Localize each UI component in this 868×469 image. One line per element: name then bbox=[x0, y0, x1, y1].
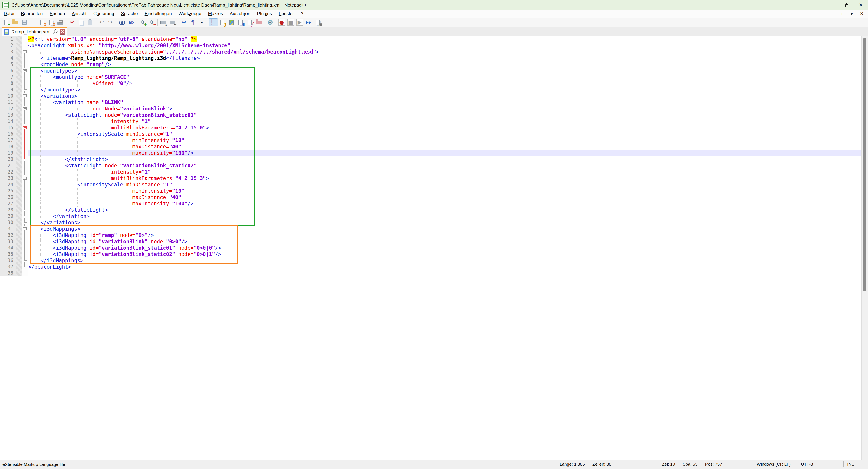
fold-margin[interactable] bbox=[22, 245, 28, 251]
dropdown-arrow-icon[interactable]: ▾ bbox=[197, 18, 206, 27]
code-line[interactable]: 16<intensityScale minDistance="1" bbox=[0, 131, 868, 137]
bookmark-margin[interactable] bbox=[16, 257, 22, 264]
fold-collapse-icon[interactable] bbox=[23, 177, 27, 179]
code-text[interactable]: <rootNode node="ramp"/> bbox=[28, 61, 868, 68]
fold-margin[interactable] bbox=[22, 74, 28, 80]
close-all-icon[interactable]: x bbox=[47, 18, 56, 27]
code-line[interactable]: 22intensity="1" bbox=[0, 169, 868, 175]
code-text[interactable]: rootNode="variationBlink"> bbox=[28, 105, 868, 112]
code-line[interactable]: 8yOffset="0"/> bbox=[0, 80, 868, 87]
bookmark-margin[interactable] bbox=[16, 87, 22, 93]
fold-margin[interactable] bbox=[22, 80, 28, 87]
bookmark-margin[interactable] bbox=[16, 213, 22, 220]
code-text[interactable]: xsi:noNamespaceSchemaLocation="../../../… bbox=[28, 48, 868, 55]
fold-collapse-icon[interactable] bbox=[23, 94, 27, 97]
menu-item-plugins[interactable]: Plugins bbox=[254, 10, 275, 18]
find-icon[interactable] bbox=[118, 18, 127, 27]
line-number[interactable]: 9 bbox=[0, 87, 16, 93]
code-text[interactable]: maxIntensity="100"/> bbox=[28, 200, 868, 207]
code-line[interactable]: 1<?xml version="1.0" encoding="utf-8" st… bbox=[0, 36, 868, 42]
fold-margin[interactable] bbox=[22, 131, 28, 137]
fold-margin[interactable] bbox=[22, 87, 28, 93]
code-text[interactable]: <i3dMapping id="variationBlink_static01"… bbox=[28, 245, 868, 251]
close-tab-button[interactable]: ✕ bbox=[857, 11, 866, 17]
new-file-icon[interactable]: + bbox=[2, 18, 11, 27]
code-line[interactable]: 5<rootNode node="ramp"/> bbox=[0, 61, 868, 68]
code-text[interactable]: <staticLight node="variationBlink_static… bbox=[28, 162, 868, 169]
fold-margin[interactable] bbox=[22, 68, 28, 74]
file-monitoring-icon[interactable] bbox=[266, 18, 275, 27]
fold-margin[interactable] bbox=[22, 156, 28, 162]
line-number[interactable]: 38 bbox=[0, 270, 16, 276]
function-list-icon[interactable]: ƒ bbox=[218, 18, 227, 27]
code-text[interactable]: intensity="1" bbox=[28, 118, 868, 125]
code-line[interactable]: 6<mountTypes> bbox=[0, 68, 868, 74]
line-number[interactable]: 7 bbox=[0, 74, 16, 80]
bookmark-margin[interactable] bbox=[16, 68, 22, 74]
line-number[interactable]: 10 bbox=[0, 93, 16, 99]
fold-margin[interactable] bbox=[22, 207, 28, 213]
menu-item-bearbeiten[interactable]: Bearbeiten bbox=[18, 10, 46, 18]
line-number[interactable]: 24 bbox=[0, 181, 16, 188]
bookmark-margin[interactable] bbox=[16, 112, 22, 118]
line-number[interactable]: 32 bbox=[0, 232, 16, 238]
line-number[interactable]: 13 bbox=[0, 112, 16, 118]
code-text[interactable]: </beaconLight> bbox=[28, 264, 868, 270]
line-number[interactable]: 30 bbox=[0, 220, 16, 226]
fold-margin[interactable] bbox=[22, 188, 28, 194]
code-line[interactable]: 3xsi:noNamespaceSchemaLocation="../../..… bbox=[0, 48, 868, 55]
copy-icon[interactable] bbox=[76, 18, 86, 27]
code-line[interactable]: 18maxDistance="40" bbox=[0, 143, 868, 150]
new-tab-button[interactable]: + bbox=[837, 11, 846, 17]
tab-ramp-lighting[interactable]: Ramp_lighting.xml ✕ bbox=[2, 27, 67, 36]
bookmark-margin[interactable] bbox=[16, 80, 22, 87]
save-all-icon[interactable] bbox=[29, 18, 38, 27]
line-number[interactable]: 37 bbox=[0, 264, 16, 270]
bookmark-margin[interactable] bbox=[16, 137, 22, 143]
bookmark-margin[interactable] bbox=[16, 93, 22, 99]
fold-collapse-icon[interactable] bbox=[23, 69, 27, 72]
line-number[interactable]: 5 bbox=[0, 61, 16, 68]
fold-margin[interactable] bbox=[22, 264, 28, 270]
code-text[interactable]: intensity="1" bbox=[28, 169, 868, 175]
line-number[interactable]: 26 bbox=[0, 194, 16, 200]
code-line[interactable]: 4<filename>Ramp_lighting/Ramp_lighting.i… bbox=[0, 55, 868, 61]
line-number[interactable]: 31 bbox=[0, 226, 16, 232]
bookmark-margin[interactable] bbox=[16, 232, 22, 238]
code-line[interactable]: 11<variation name="BLINK" bbox=[0, 99, 868, 105]
fold-margin[interactable] bbox=[22, 175, 28, 181]
code-text[interactable]: multiBlinkParameters="4 2 15 0"> bbox=[28, 125, 868, 131]
code-text[interactable]: minIntensity="10" bbox=[28, 188, 868, 194]
fold-margin[interactable] bbox=[22, 181, 28, 188]
bookmark-margin[interactable] bbox=[16, 226, 22, 232]
redo-icon[interactable]: ↷ bbox=[106, 18, 115, 27]
fold-margin[interactable] bbox=[22, 213, 28, 220]
zoom-out-icon[interactable]: − bbox=[147, 18, 156, 27]
fold-margin[interactable] bbox=[22, 270, 28, 276]
menu-item-ansicht[interactable]: Ansicht bbox=[68, 10, 90, 18]
bookmark-margin[interactable] bbox=[16, 99, 22, 105]
bookmark-margin[interactable] bbox=[16, 55, 22, 61]
word-wrap-icon[interactable]: ↩ bbox=[179, 18, 188, 27]
code-line[interactable]: 31<i3dMappings> bbox=[0, 226, 868, 232]
line-number[interactable]: 33 bbox=[0, 238, 16, 245]
zoom-in-icon[interactable]: + bbox=[138, 18, 147, 27]
code-line[interactable]: 30</variations> bbox=[0, 220, 868, 226]
fold-margin[interactable] bbox=[22, 112, 28, 118]
fold-margin[interactable] bbox=[22, 55, 28, 61]
menu-item-?[interactable]: ? bbox=[298, 10, 307, 18]
code-line[interactable]: 21<staticLight node="variationBlink_stat… bbox=[0, 162, 868, 169]
code-line[interactable]: 35<i3dMapping id="variationBlink_static0… bbox=[0, 251, 868, 257]
cut-icon[interactable]: ✂ bbox=[67, 18, 76, 27]
code-line[interactable]: 32<i3dMapping id="ramp" node="0>"/> bbox=[0, 232, 868, 238]
fold-margin[interactable] bbox=[22, 99, 28, 105]
bookmark-margin[interactable] bbox=[16, 245, 22, 251]
fold-margin[interactable] bbox=[22, 169, 28, 175]
scrollbar-thumb[interactable] bbox=[864, 38, 866, 291]
line-number[interactable]: 34 bbox=[0, 245, 16, 251]
code-text[interactable]: </staticLight> bbox=[28, 207, 868, 213]
fold-margin[interactable] bbox=[22, 226, 28, 232]
code-text[interactable]: <i3dMappings> bbox=[28, 226, 868, 232]
code-line[interactable]: 12rootNode="variationBlink"> bbox=[0, 105, 868, 112]
bookmark-margin[interactable] bbox=[16, 220, 22, 226]
